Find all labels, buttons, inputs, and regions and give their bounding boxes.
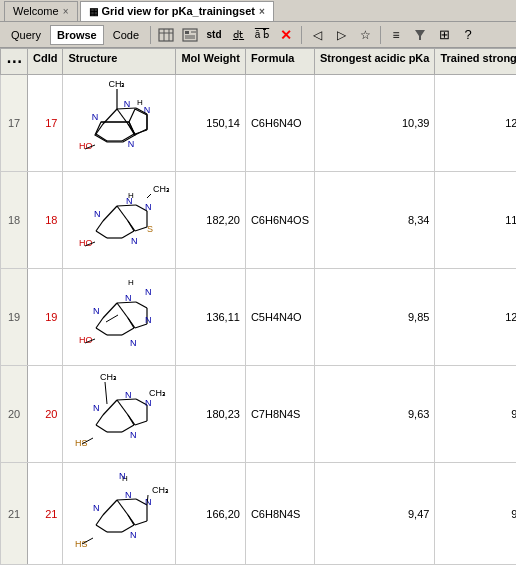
cell-pka-20: 9,63 <box>315 366 435 463</box>
svg-line-86 <box>128 415 135 425</box>
form-icon-btn[interactable] <box>179 25 201 45</box>
svg-text:N: N <box>125 490 132 500</box>
cell-molwt-17: 150,14 <box>176 75 245 172</box>
back-icon: ◁ <box>313 28 322 42</box>
settings-btn[interactable]: ⊞ <box>433 25 455 45</box>
structure-svg-21: H N CH₃ <box>65 465 173 560</box>
svg-text:N: N <box>145 287 152 297</box>
std-btn[interactable]: std <box>203 25 225 45</box>
col-header-pka[interactable]: Strongest acidic pKa <box>315 49 435 75</box>
svg-line-45 <box>135 227 147 231</box>
cell-structure-17: CH₃ N N N N H <box>63 75 176 172</box>
cell-cdid-18: 18 <box>28 172 63 269</box>
svg-text:HO: HO <box>79 141 93 151</box>
svg-line-38 <box>96 231 107 238</box>
svg-line-101 <box>96 515 103 525</box>
star-btn[interactable]: ☆ <box>354 25 376 45</box>
tab-gridview-label: Grid view for pKa_trainingset <box>102 5 255 17</box>
sep1 <box>150 26 151 44</box>
sep3 <box>380 26 381 44</box>
table-row: 20 20 CH₃ CH₃ <box>1 366 517 463</box>
svg-line-44 <box>128 221 135 231</box>
col-header-cdid[interactable]: CdId <box>28 49 63 75</box>
svg-text:N: N <box>130 338 137 348</box>
svg-text:HO: HO <box>79 335 93 345</box>
help-btn[interactable]: ? <box>457 25 479 45</box>
browse-btn[interactable]: Browse <box>50 25 104 45</box>
cell-trained-20: 9,66 <box>435 366 516 463</box>
cell-pka-19: 9,85 <box>315 269 435 366</box>
svg-text:N: N <box>125 293 132 303</box>
col-header-rownum: ⋯ <box>1 49 28 75</box>
svg-text:N: N <box>130 530 137 540</box>
dt-label: d̲t̲ <box>233 29 243 40</box>
svg-line-106 <box>103 500 117 515</box>
svg-line-58 <box>96 318 103 328</box>
col-header-formula[interactable]: Formula <box>245 49 314 75</box>
svg-line-30 <box>135 130 147 134</box>
ab-btn[interactable]: ā b̄ <box>251 25 273 45</box>
tab-bar: Welcome × ▦ Grid view for pKa_trainingse… <box>0 0 516 22</box>
svg-line-80 <box>96 425 107 432</box>
cell-structure-20: CH₃ CH₃ <box>63 366 176 463</box>
cell-formula-18: C6H6N4OS <box>245 172 314 269</box>
svg-line-64 <box>103 303 117 318</box>
data-table-container: ⋯ CdId Structure Mol Weight Formula Stro… <box>0 48 516 576</box>
filter-btn[interactable] <box>409 25 431 45</box>
svg-line-23 <box>96 134 107 141</box>
col-header-trained[interactable]: Trained strongest <box>435 49 516 75</box>
ab-label: ā b̄ <box>255 29 269 40</box>
svg-text:N: N <box>92 112 99 122</box>
table-icon-btn[interactable] <box>155 25 177 45</box>
svg-text:HO: HO <box>79 238 93 248</box>
svg-line-35 <box>147 194 151 198</box>
cell-pka-18: 8,34 <box>315 172 435 269</box>
back-btn[interactable]: ◁ <box>306 25 328 45</box>
svg-marker-9 <box>415 30 425 40</box>
svg-text:N: N <box>124 99 131 109</box>
svg-text:N: N <box>145 315 152 325</box>
code-btn[interactable]: Code <box>106 25 146 45</box>
tab-gridview[interactable]: ▦ Grid view for pKa_trainingset × <box>80 1 274 21</box>
cell-pka-17: 10,39 <box>315 75 435 172</box>
cell-cdid-20: 20 <box>28 366 63 463</box>
col-header-structure[interactable]: Structure <box>63 49 176 75</box>
delete-btn[interactable]: ✕ <box>275 25 297 45</box>
svg-line-84 <box>103 400 117 415</box>
svg-text:CH₃: CH₃ <box>109 79 126 89</box>
svg-line-61 <box>122 328 134 335</box>
svg-rect-0 <box>159 29 173 41</box>
col-header-molweight[interactable]: Mol Weight <box>176 49 245 75</box>
cell-molwt-21: 166,20 <box>176 463 245 565</box>
svg-line-59 <box>96 328 107 335</box>
svg-line-107 <box>117 500 128 515</box>
cell-molwt-19: 136,11 <box>176 269 245 366</box>
tab-gridview-close[interactable]: × <box>259 6 265 17</box>
table-row: 17 17 CH₃ N <box>1 75 517 172</box>
data-table: ⋯ CdId Structure Mol Weight Formula Stro… <box>0 48 516 565</box>
toolbar: Query Browse Code std d̲t̲ ā b̄ ✕ ◁ ▷ <box>0 22 516 48</box>
sort-btn[interactable]: ≡ <box>385 25 407 45</box>
svg-line-37 <box>96 221 103 231</box>
forward-btn[interactable]: ▷ <box>330 25 352 45</box>
svg-text:N: N <box>145 497 152 507</box>
grid-icon: ▦ <box>89 6 98 17</box>
svg-text:N: N <box>93 306 100 316</box>
table-row: 21 21 H N CH₃ <box>1 463 517 565</box>
dt-btn[interactable]: d̲t̲ <box>227 25 249 45</box>
cell-structure-19: H N <box>63 269 176 366</box>
cell-trained-21: 9,55 <box>435 463 516 565</box>
svg-text:N: N <box>119 471 126 481</box>
svg-text:N: N <box>93 403 100 413</box>
cell-structure-18: CH₃ H <box>63 172 176 269</box>
tab-welcome-close[interactable]: × <box>63 6 69 17</box>
svg-text:N: N <box>130 430 137 440</box>
tab-welcome[interactable]: Welcome × <box>4 1 78 21</box>
cell-molwt-20: 180,23 <box>176 366 245 463</box>
svg-line-65 <box>117 303 128 318</box>
svg-text:CH₃: CH₃ <box>152 485 169 495</box>
svg-text:N: N <box>93 503 100 513</box>
query-btn[interactable]: Query <box>4 25 48 45</box>
cell-pka-21: 9,47 <box>315 463 435 565</box>
svg-text:H: H <box>128 278 134 287</box>
